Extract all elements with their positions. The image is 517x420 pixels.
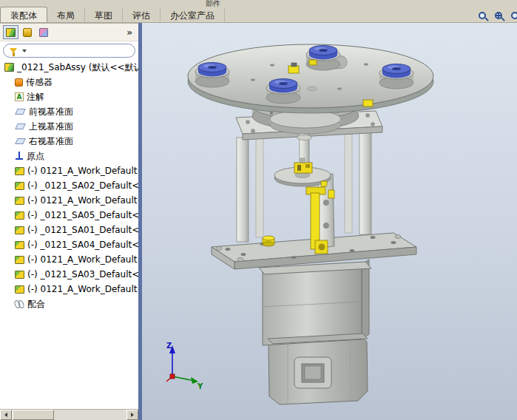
tree-item-component[interactable]: (-) 0121_A_Work_Default< — [0, 282, 138, 297]
tree-item-component[interactable]: (-) _0121_SA04_Default<1 — [0, 237, 138, 252]
tab-evaluate[interactable]: 评估 — [123, 8, 160, 22]
tree-item-top-plane[interactable]: 上视基准面 — [0, 119, 138, 134]
magnifier-icon — [511, 12, 517, 19]
component-icon — [15, 211, 24, 220]
feature-manager-panel: » _0121_SabAssy (默认<<默认: 传感器 A 注解 前视基准面 — [0, 23, 138, 420]
scrollbar-track[interactable] — [12, 410, 126, 420]
panel-overflow-button[interactable]: » — [124, 27, 135, 38]
component-icon — [15, 182, 24, 190]
tree-item-component[interactable]: (-) _0121_SA01_Default<1 — [0, 223, 138, 237]
tab-sketch[interactable]: 草图 — [85, 8, 123, 22]
zoom-extra-button[interactable] — [507, 8, 517, 22]
ribbon-remnant: 部件 — [0, 0, 517, 7]
command-manager-tab-bar: 装配体 布局 草图 评估 办公室产品 — [0, 7, 517, 23]
feature-tree: _0121_SabAssy (默认<<默认: 传感器 A 注解 前视基准面 上视… — [0, 60, 138, 311]
component-icon — [15, 271, 24, 279]
triad-y-label: Y — [197, 382, 203, 390]
tree-item-component[interactable]: (-) _0121_SA03_Default<1 — [0, 267, 138, 282]
tree-item-origin[interactable]: 原点 — [0, 149, 138, 163]
component-icon — [15, 241, 24, 249]
magnifier-icon — [479, 12, 486, 19]
propertymanager-tab[interactable] — [19, 25, 35, 39]
orientation-triad: Z Y — [160, 339, 206, 391]
chevron-down-icon — [22, 50, 27, 52]
model-yellow-standoff[interactable] — [263, 236, 274, 246]
horizontal-scrollbar[interactable] — [0, 409, 138, 420]
tree-item-front-plane[interactable]: 前视基准面 — [0, 104, 138, 119]
zoom-fit-button[interactable] — [474, 8, 490, 22]
magnifier-plus-icon — [495, 12, 502, 19]
tree-item-component[interactable]: (-) _0121_SA05_Default<1 — [0, 208, 138, 223]
origin-icon — [15, 152, 24, 160]
tree-item-component[interactable]: (-) 0121_A_Work_Default< — [0, 193, 138, 208]
solidworks-window: 部件 装配体 布局 草图 评估 办公室产品 » _0121_SabAssy (默… — [0, 0, 517, 420]
model-center-assembly[interactable] — [274, 128, 334, 254]
view-toolbar — [474, 8, 517, 22]
propertymanager-icon — [23, 28, 32, 37]
featuremanager-tab[interactable] — [3, 25, 18, 39]
component-icon — [15, 226, 24, 234]
tree-item-mates[interactable]: 配合 — [0, 297, 138, 311]
tab-layout[interactable]: 布局 — [47, 8, 85, 22]
triad-origin-dot — [170, 374, 175, 379]
component-icon — [15, 197, 24, 205]
model-base-block[interactable] — [259, 260, 371, 345]
tab-office-products[interactable]: 办公室产品 — [160, 8, 225, 22]
mates-icon — [15, 299, 24, 308]
component-icon — [15, 167, 24, 175]
configurationmanager-tab[interactable] — [36, 25, 51, 39]
assembly-icon — [4, 63, 14, 72]
sensors-icon — [15, 78, 23, 87]
tree-item-right-plane[interactable]: 右视基准面 — [0, 134, 138, 149]
triad-z-label: Z — [166, 342, 172, 350]
tree-item-annotations[interactable]: A 注解 — [0, 89, 138, 104]
tree-filter[interactable] — [3, 44, 135, 58]
zoom-area-button[interactable] — [490, 8, 507, 22]
tab-assembly[interactable]: 装配体 — [0, 7, 47, 22]
arrow-right-icon — [131, 413, 134, 417]
plane-icon — [15, 123, 26, 129]
tree-item-sensors[interactable]: 传感器 — [0, 75, 138, 89]
arrow-left-icon — [4, 413, 7, 417]
scroll-left-button[interactable] — [0, 410, 12, 420]
filter-icon — [10, 48, 17, 53]
scrollbar-thumb[interactable] — [13, 410, 54, 420]
tree-item-component[interactable]: (-) 0121_A_Work_Default< — [0, 163, 138, 178]
featuremanager-icon — [6, 28, 16, 37]
component-icon — [15, 256, 24, 264]
component-icon — [15, 285, 24, 294]
configurationmanager-icon — [39, 28, 48, 37]
tree-item-component[interactable]: (-) 0121_A_Work_Default< — [0, 252, 138, 267]
tree-item-component[interactable]: (-) _0121_SA02_Default<1 — [0, 178, 138, 193]
tree-item-assembly-root[interactable]: _0121_SabAssy (默认<<默认: — [0, 60, 138, 75]
annotations-icon: A — [15, 92, 24, 101]
plane-icon — [15, 138, 26, 144]
scroll-right-button[interactable] — [126, 410, 138, 420]
panel-toolbar: » — [0, 24, 138, 41]
graphics-area[interactable]: Z Y — [142, 23, 517, 420]
plane-icon — [15, 109, 26, 115]
